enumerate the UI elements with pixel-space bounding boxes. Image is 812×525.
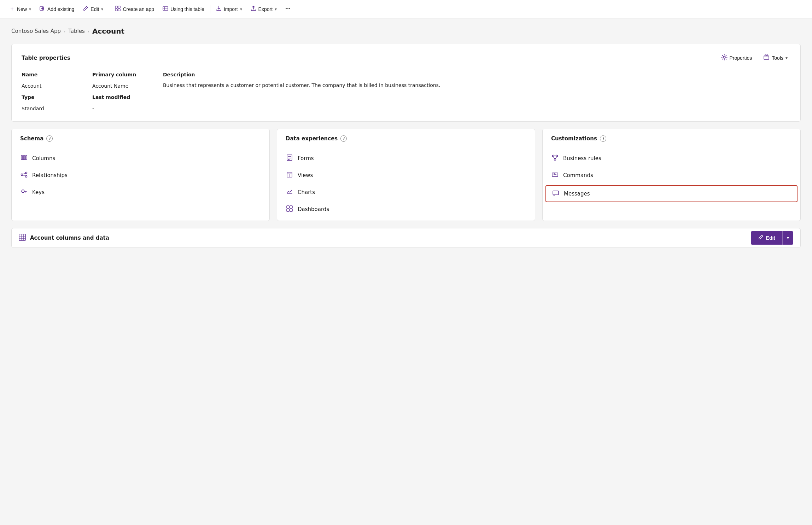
messages-item[interactable]: Messages — [545, 185, 798, 202]
plus-icon: ＋ — [9, 5, 15, 13]
svg-point-17 — [25, 176, 27, 177]
primary-column-value: Account Name — [92, 82, 163, 90]
create-app-label: Create an app — [123, 6, 154, 12]
toolbar-divider-1 — [109, 5, 109, 13]
commands-icon — [551, 171, 559, 180]
charts-icon — [286, 188, 293, 197]
bottom-bar: Account columns and data Edit ▾ — [11, 228, 801, 248]
breadcrumb: Contoso Sales App › Tables › Account — [11, 27, 801, 35]
main-content: Table properties Properties — [0, 40, 812, 259]
card-actions: Properties Tools ▾ — [718, 53, 791, 63]
svg-rect-43 — [19, 234, 25, 240]
grid-icon — [19, 234, 26, 242]
forms-label: Forms — [298, 155, 314, 162]
create-app-button[interactable]: Create an app — [111, 4, 158, 15]
description-value: Business that represents a customer or p… — [163, 82, 790, 113]
edit-label: Edit — [90, 6, 99, 12]
charts-item[interactable]: Charts — [277, 184, 535, 201]
edit-toolbar-button[interactable]: Edit ▾ — [79, 4, 107, 15]
schema-card: Schema i Columns — [11, 129, 270, 221]
svg-point-15 — [21, 174, 23, 176]
more-label: ··· — [285, 5, 291, 13]
breadcrumb-tables[interactable]: Tables — [68, 28, 85, 34]
section-row: Schema i Columns — [11, 129, 801, 221]
tools-icon — [763, 54, 770, 62]
data-experiences-info-icon: i — [340, 135, 347, 142]
new-button[interactable]: ＋ New ▾ — [6, 3, 35, 15]
svg-rect-32 — [290, 209, 292, 211]
customizations-card: Customizations i Busi — [542, 129, 801, 221]
dashboards-item[interactable]: Dashboards — [277, 201, 535, 218]
svg-rect-30 — [290, 206, 292, 208]
add-existing-button[interactable]: Add existing — [36, 4, 78, 15]
svg-line-37 — [553, 157, 555, 159]
views-icon — [286, 171, 293, 180]
description-label: Description — [163, 70, 790, 79]
views-item[interactable]: Views — [277, 167, 535, 184]
data-experiences-card: Data experiences i Forms — [277, 129, 535, 221]
last-modified-value: - — [92, 104, 163, 113]
edit-icon — [83, 6, 88, 13]
import-button[interactable]: Import ▾ — [212, 4, 246, 15]
svg-rect-25 — [287, 172, 292, 177]
export-button[interactable]: Export ▾ — [247, 4, 280, 15]
tools-button[interactable]: Tools ▾ — [760, 53, 790, 63]
svg-rect-10 — [765, 55, 766, 56]
using-table-label: Using this table — [170, 6, 204, 12]
svg-point-20 — [22, 190, 24, 193]
keys-icon — [20, 188, 28, 197]
svg-rect-3 — [115, 9, 117, 11]
forms-icon — [286, 154, 293, 163]
messages-label: Messages — [564, 191, 590, 197]
relationships-icon — [20, 171, 28, 180]
svg-point-34 — [556, 155, 558, 157]
forms-item[interactable]: Forms — [277, 150, 535, 167]
properties-button[interactable]: Properties — [718, 53, 755, 63]
import-icon — [216, 6, 222, 13]
charts-label: Charts — [298, 189, 315, 196]
breadcrumb-current: Account — [92, 27, 124, 35]
svg-rect-31 — [287, 209, 289, 211]
svg-rect-29 — [287, 206, 289, 208]
card-header: Table properties Properties — [22, 53, 790, 63]
using-table-button[interactable]: Using this table — [159, 4, 208, 15]
tools-label: Tools — [772, 55, 783, 61]
breadcrumb-app[interactable]: Contoso Sales App — [11, 28, 61, 34]
svg-rect-4 — [118, 9, 120, 11]
name-label: Name — [22, 70, 92, 79]
edit-dropdown-chevron-icon: ▾ — [787, 235, 789, 240]
using-table-icon — [163, 6, 168, 13]
schema-header: Schema i — [12, 129, 269, 147]
customizations-title: Customizations — [551, 135, 597, 142]
svg-point-16 — [25, 172, 27, 174]
edit-dropdown-button[interactable]: ▾ — [782, 231, 793, 245]
toolbar: ＋ New ▾ Add existing Edit ▾ — [0, 0, 812, 18]
business-rules-icon — [551, 154, 559, 163]
relationships-item[interactable]: Relationships — [12, 167, 269, 184]
keys-item[interactable]: Keys — [12, 184, 269, 201]
commands-item[interactable]: Commands — [543, 167, 800, 184]
breadcrumb-sep-2: › — [88, 29, 89, 34]
more-button[interactable]: ··· — [282, 3, 294, 15]
dashboards-label: Dashboards — [298, 206, 329, 212]
svg-rect-42 — [553, 191, 559, 195]
business-rules-item[interactable]: Business rules — [543, 150, 800, 167]
last-modified-label: Last modified — [92, 93, 163, 101]
columns-icon — [20, 154, 28, 163]
relationships-label: Relationships — [32, 172, 68, 179]
svg-point-8 — [723, 56, 725, 58]
svg-line-18 — [23, 173, 25, 174]
export-chevron-icon: ▾ — [275, 7, 277, 12]
breadcrumb-area: Contoso Sales App › Tables › Account — [0, 18, 812, 40]
keys-label: Keys — [32, 189, 45, 196]
columns-item[interactable]: Columns — [12, 150, 269, 167]
svg-point-35 — [554, 159, 556, 161]
add-existing-label: Add existing — [47, 6, 74, 12]
customizations-info-icon: i — [600, 135, 606, 142]
primary-column-label: Primary column — [92, 70, 163, 79]
edit-main-button[interactable]: Edit — [751, 231, 782, 245]
properties-label: Properties — [730, 55, 752, 61]
new-chevron-icon: ▾ — [29, 7, 31, 12]
messages-icon — [552, 189, 560, 198]
new-label: New — [17, 6, 27, 12]
